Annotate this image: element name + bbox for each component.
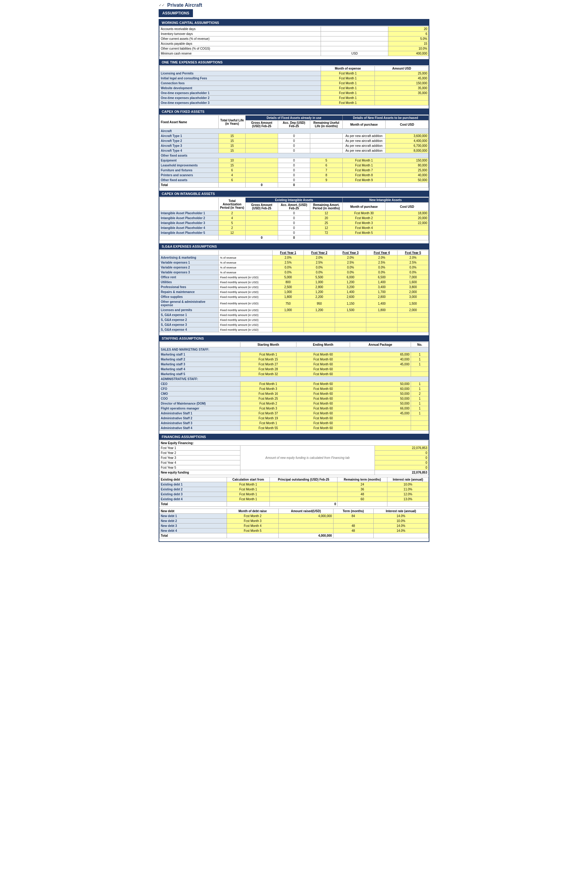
row-remaining: 20 [310, 216, 342, 221]
equity-total-row: New equity funding 22,076,853 [159, 470, 429, 475]
row-rate: 14.0% [374, 528, 429, 533]
col-header-life: Total Useful Life (in Years) [219, 116, 246, 129]
row-label: Professional fees [159, 285, 219, 290]
row-month: Fcst Month 3 [342, 221, 386, 226]
row-value: 1,400 [366, 299, 398, 308]
col-header-amort: Total Amortization Period (in Years) [219, 198, 246, 211]
group-header-row: ADMINISTRATIVE STAFF: [159, 377, 429, 382]
row-value: 2,600 [335, 295, 366, 299]
col-header-gross: Gross Amount (USD) Feb-25 [246, 203, 278, 211]
row-no [411, 367, 429, 372]
row-month: Fcst Month 7 [342, 168, 386, 173]
row-value: 1,700 [366, 290, 398, 295]
row-package: 40,000 [350, 357, 411, 362]
header: ✓✓ Private Aircraft [159, 3, 429, 8]
row-package: 66,000 [350, 406, 411, 411]
col-header-y4: Fcst Year 4 [366, 250, 398, 255]
row-month: Fcst Month 1 [321, 86, 375, 91]
row-term: 84 [333, 514, 374, 519]
col-header-new-group: New Intangible Assets [342, 198, 429, 203]
row-label: Existing debt 3 [159, 492, 227, 497]
total-gross: 0 [246, 183, 278, 188]
row-cost: 20,000 [386, 216, 429, 221]
row-no: 1 [411, 382, 429, 386]
table-row: CMOFcst Month 16Fcst Month 6050,0002 [159, 391, 429, 396]
one-time-header: ONE TIME EXPENSES ASSUMPTIONS [159, 59, 429, 65]
row-value: 2,800 [304, 285, 335, 290]
col-header-label [159, 343, 240, 347]
row-value: 0.0% [304, 270, 335, 275]
row-month: Fcst Month 9 [342, 178, 386, 183]
total-value: 4,000,000 [279, 533, 333, 538]
row-calc: Fcst Month 1 [226, 487, 270, 492]
col-header-month-purchase: Month of purchase [342, 120, 386, 129]
tab-assumptions[interactable]: ASSUMPTIONS [159, 9, 193, 17]
new-debt-total-row: Total 4,000,000 [159, 533, 429, 538]
row-no [411, 372, 429, 377]
row-rate: 12.0% [387, 492, 429, 497]
row-no: 1 [411, 411, 429, 416]
table-header-row: Fcst Year 1 Fcst Year 2 Fcst Year 3 Fcst… [159, 250, 429, 255]
sga-table: Fcst Year 1 Fcst Year 2 Fcst Year 3 Fcst… [159, 250, 429, 332]
table-row: Licenses and permitsFixed monthly amount… [159, 308, 429, 313]
row-acc-dep: 0 [278, 143, 310, 148]
row-cost: 22,000 [386, 221, 429, 226]
table-row: Existing debt 1 Fcst Month 1 24 10.0% [159, 482, 429, 487]
row-life: 15 [219, 148, 246, 153]
financing-section: FINANCING ASSUMPTIONS New Equity Financi… [159, 434, 429, 538]
row-label: Variable expenses 1 [159, 260, 219, 265]
row-label: Website development [159, 86, 321, 91]
row-gross [246, 134, 278, 138]
row-value: 2.0% [304, 255, 335, 260]
row-label: Other current assets (% of revenue) [159, 36, 321, 41]
row-label: S, G&A expense 3 [159, 322, 219, 327]
table-row: Connection fees Fcst Month 1 150,000 [159, 81, 429, 86]
table-row: Intangible Asset Placeholder 2 4 0 20 Fc… [159, 216, 429, 221]
table-row: One-time expenses placeholder 2 Fcst Mon… [159, 96, 429, 101]
row-gross [246, 148, 278, 153]
row-rate: 13.0% [387, 497, 429, 502]
col-header-package: Annual Package [350, 343, 411, 347]
row-no: 1 [411, 401, 429, 406]
row-period: 5 [219, 221, 246, 226]
table-row: Variable expenses 1% of revenue2.5%2.5%2… [159, 260, 429, 265]
row-label: Aircraft Type 1 [159, 134, 219, 138]
row-value: 5,000 [273, 275, 304, 280]
row-label: Accounts receivable days [159, 27, 321, 32]
row-value [304, 327, 335, 332]
row-value: 2.5% [366, 260, 398, 265]
row-gross [246, 178, 278, 183]
row-cost: 25,000 [386, 168, 429, 173]
row-value [366, 327, 398, 332]
row-basis: Fixed monthly amount (in USD) [219, 280, 273, 285]
col-header-rate: Interest rate (annual) [387, 477, 429, 482]
table-row: Accounts receivable days 20 [159, 27, 429, 32]
row-start: Fcst Month 25 [240, 396, 297, 401]
row-acc-dep: 0 [278, 168, 310, 173]
col-header-principal: Principal outstanding (USD) Feb-25 [270, 477, 338, 482]
row-no: 1 [411, 357, 429, 362]
col-header-cost: Cost USD [386, 120, 429, 129]
total-acc: 0 [278, 235, 310, 240]
row-value [304, 317, 335, 322]
row-package: 45,000 [350, 362, 411, 367]
row-start: Fcst Month 55 [240, 426, 297, 431]
row-amount [375, 96, 429, 101]
row-month: As per new aircraft addition [342, 143, 386, 148]
row-basis: % of revenue [219, 255, 273, 260]
col-header-y2: Fcst Year 2 [304, 250, 335, 255]
row-value: 0.0% [273, 265, 304, 270]
equity-note: Amount of new equity funding is calculat… [240, 446, 375, 470]
row-label: COO [159, 396, 240, 401]
row-amount [279, 519, 333, 523]
group-header-row: Aircraft [159, 129, 429, 134]
row-life: 4 [219, 173, 246, 178]
row-remaining [310, 143, 342, 148]
row-start: Fcst Month 3 [240, 406, 297, 411]
row-start: Fcst Month 28 [240, 367, 297, 372]
row-value: 1,000 [273, 308, 304, 313]
new-debt-table: New debt Month of debt raise Amount rais… [159, 508, 429, 538]
row-life: 15 [219, 143, 246, 148]
row-value: 0 [375, 465, 429, 470]
row-label: Repairs & maintenance [159, 290, 219, 295]
